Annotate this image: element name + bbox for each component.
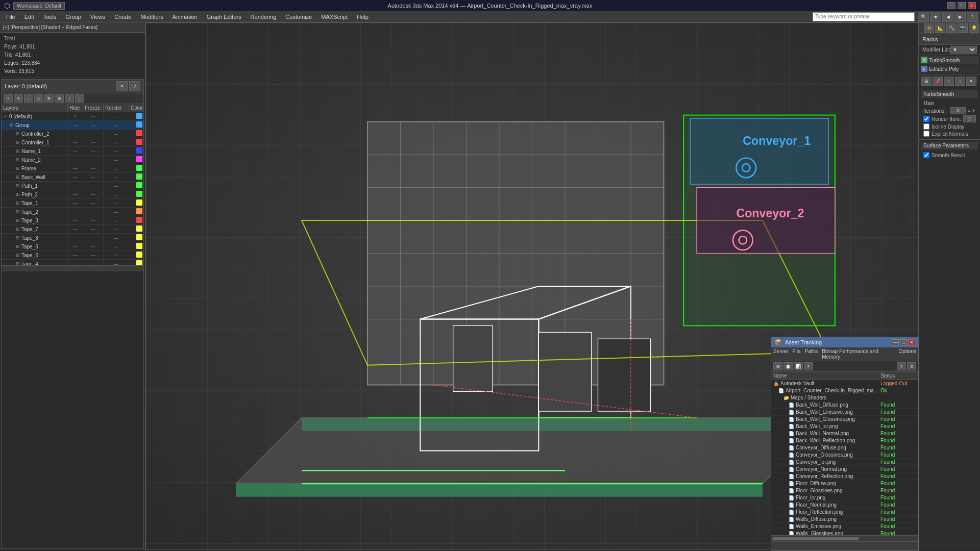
at-list-item[interactable]: 📄Airport_Counter_Check-In_Rigged_max_vra… [771,387,918,394]
at-list-item[interactable]: 📄Back_Wall_Reflection.png Found [771,437,918,444]
bookmark-button[interactable]: ★ [930,12,941,22]
mod-tool-3[interactable]: ↑ [944,77,954,86]
layer-row[interactable]: ⊞ Tape_7 — — — [2,225,143,234]
workspace-dropdown[interactable]: Workspace: Default [13,2,65,10]
menu-file[interactable]: File [2,13,19,21]
right-panel-icon1[interactable]: 🔅 [924,23,934,33]
menu-graph-editors[interactable]: Graph Editors [203,13,246,21]
search-button[interactable]: 🔍 [918,12,929,22]
layer-sel-btn[interactable]: ◇ [34,94,43,103]
right-panel-icon3[interactable]: 🔧 [946,23,957,33]
at-list-item[interactable]: 📄Back_Wall_Emissive.png Found [771,409,918,416]
at-tb-2[interactable]: 📋 [783,362,793,370]
at-list-item[interactable]: 🔒Autodesk Vault Logged Out [771,380,918,387]
layer-row[interactable]: ⊞ Tape_8 — — — [2,234,143,242]
at-list-item[interactable]: 📄Back_Wall_lor.png Found [771,423,918,430]
at-list-item[interactable]: 📄Conveyor_lor.png Found [771,459,918,466]
maximize-button[interactable]: □ [958,2,966,9]
layer-move-dn-btn[interactable]: ↓ [75,94,84,103]
layer-row[interactable]: ⊞ Group — — — [2,121,143,130]
right-panel-icon4[interactable]: 📷 [958,23,968,33]
ts-render-iters-input[interactable] [963,115,976,122]
at-list-item[interactable]: 📄Floor_Normal.png Found [771,502,918,509]
at-list-item[interactable]: 📄Conveyor_Normal.png Found [771,466,918,473]
right-panel-icon5[interactable]: 💡 [969,23,979,33]
menu-customize[interactable]: Customize [281,13,316,21]
at-list-item[interactable]: 📁Maps / Shaders [771,394,918,402]
at-list-item[interactable]: 📄Floor_lor.png Found [771,494,918,502]
at-tb-3[interactable]: 📊 [794,362,803,370]
modifier-editable-poly[interactable]: E Editable Poly [920,65,979,73]
menu-edit[interactable]: Edit [20,13,38,21]
at-minimize-btn[interactable]: — [892,339,899,345]
menu-animation[interactable]: Animation [168,13,202,21]
layer-row[interactable]: ⊞ Tape_5 — — — [2,251,143,260]
at-list-item[interactable]: 📄Floor_Glossines.png Found [771,487,918,494]
at-tb-1[interactable]: ⊞ [773,362,782,370]
layer-row[interactable]: ✓ 0 (default) ✓ — — [2,112,143,121]
modifier-list-select[interactable]: ▼ [950,46,977,54]
search-input[interactable] [813,12,915,21]
at-list-item[interactable]: 📄Walls_Emissive.png Found [771,523,918,530]
minimize-button[interactable]: — [947,2,955,9]
at-maximize-btn[interactable]: □ [900,339,907,345]
at-menu-paths[interactable]: Paths [805,348,818,360]
at-list-item[interactable]: 📄Back_Wall_Diffuse.png Found [771,402,918,409]
at-list-item[interactable]: 📄Walls_Diffuse.png Found [771,516,918,523]
at-tb-settings[interactable]: ⚙ [907,362,916,370]
layer-panel-options[interactable]: ? [129,81,140,91]
at-list-item[interactable]: 📄Conveyor_Glossines.png Found [771,452,918,459]
ts-explicit-check[interactable] [923,131,929,137]
modifier-turbosmooth[interactable]: T TurboSmooth [920,56,979,64]
layer-row[interactable]: ⊞ Back_Wall — — — [2,173,143,182]
layer-row[interactable]: ⊞ Tape_1 — — — [2,199,143,208]
layer-row[interactable]: ⊞ Path_1 — — — [2,182,143,190]
menu-views[interactable]: Views [86,13,109,21]
layer-row[interactable]: ⊞ Tape_4 — — — [2,260,143,265]
at-menu-bitmap[interactable]: Bitmap Performance and Memory [822,348,894,360]
layer-list[interactable]: ✓ 0 (default) ✓ — — ⊞ Group — — — [2,112,143,265]
right-panel-icon2[interactable]: 📐 [935,23,945,33]
at-list-item[interactable]: 📄Walls_Glossines.png Found [771,530,918,535]
layer-row[interactable]: ⊞ Controller_2 — — — [2,130,143,138]
layer-row[interactable]: ⊞ Tape_3 — — — [2,216,143,225]
at-tb-4[interactable]: ≡ [804,362,813,370]
prev-button[interactable]: ◀ [942,12,953,22]
at-list-item[interactable]: 📄Conveyor_Diffuse.png Found [771,444,918,452]
ts-render-iters-check[interactable] [923,116,929,122]
mod-tool-4[interactable]: ↓ [955,77,965,86]
mod-tool-1[interactable]: ⊞ [921,77,932,86]
at-tb-help[interactable]: ? [897,362,906,370]
at-menu-server[interactable]: Server [773,348,788,360]
sp-smooth-result-check[interactable] [923,152,929,158]
at-list-item[interactable]: 📄Back_Wall_Normal.png Found [771,430,918,437]
layer-row[interactable]: ⊞ Tape_2 — — — [2,208,143,216]
layer-scrollbar[interactable] [2,265,143,271]
layer-delete-btn[interactable]: ✕ [14,94,23,103]
menu-maxscript[interactable]: MAXScript [317,13,352,21]
at-menu-file[interactable]: File [792,348,800,360]
layer-add-obj-btn[interactable]: ↓ [24,94,33,103]
menu-create[interactable]: Create [110,13,135,21]
at-close-btn[interactable]: ✕ [908,339,915,345]
next-button[interactable]: ▶ [954,12,966,22]
close-button[interactable]: ✕ [968,2,976,9]
mod-tool-2[interactable]: 📌 [933,77,943,86]
at-list-item[interactable]: 📄Conveyor_Reflection.png Found [771,473,918,480]
at-list-item[interactable]: 📄Back_Wall_Glossines.png Found [771,416,918,423]
ts-isoline-check[interactable] [923,123,929,130]
layer-move-up-btn[interactable]: ↑ [65,94,74,103]
layer-row[interactable]: ⊞ Name_2 — — — [2,156,143,164]
layer-row[interactable]: ⊞ Path_2 — — — [2,190,143,199]
menu-help[interactable]: Help [353,13,373,21]
layer-row[interactable]: ⊞ Controller_1 — — — [2,138,143,147]
at-menu-options[interactable]: Options [899,348,916,360]
layer-panel-close[interactable]: ✕ [116,81,128,91]
ts-iterations-input[interactable] [950,107,966,114]
menu-rendering[interactable]: Rendering [247,13,281,21]
mod-tool-5[interactable]: ✕ [966,77,976,86]
at-scrollbar[interactable] [771,535,918,541]
layer-row[interactable]: ⊞ Tape_6 — — — [2,242,143,251]
at-list[interactable]: 🔒Autodesk Vault Logged Out 📄Airport_Coun… [771,380,918,535]
layer-hide-btn[interactable]: 👁 [44,94,54,103]
